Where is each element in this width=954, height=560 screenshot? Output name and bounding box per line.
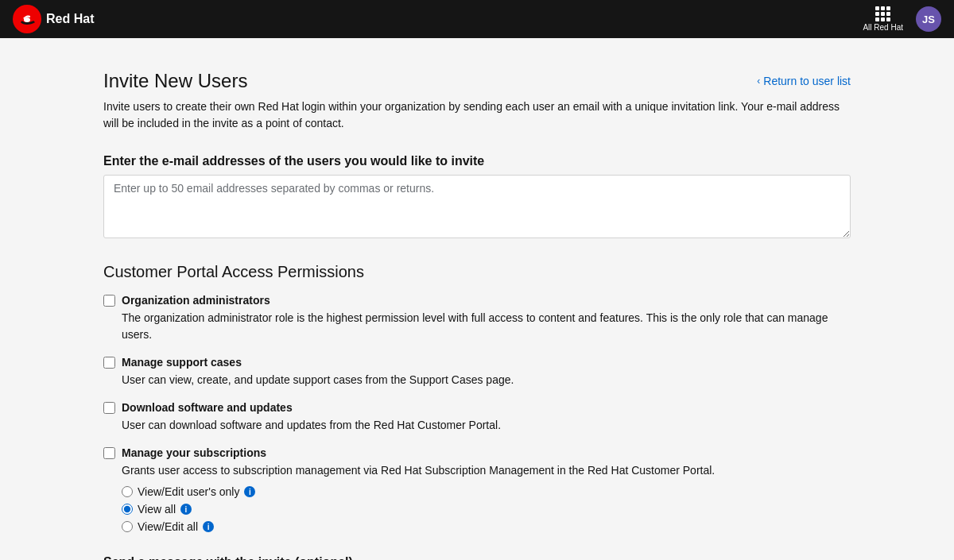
radio-view-edit-all-row: View/Edit all i <box>122 520 851 533</box>
radio-view-all-label[interactable]: View all <box>138 503 176 516</box>
org-admin-label[interactable]: Organization administrators <box>122 294 270 307</box>
radio-view-edit-own-row: View/Edit user's only i <box>122 485 851 498</box>
download-software-checkbox[interactable] <box>103 402 115 414</box>
brand-name: Red Hat <box>46 12 94 26</box>
manage-support-checkbox[interactable] <box>103 357 115 369</box>
radio-view-edit-all-label[interactable]: View/Edit all <box>138 520 198 533</box>
manage-subscriptions-checkbox[interactable] <box>103 447 115 459</box>
subscription-radio-options: View/Edit user's only i View all i View/… <box>103 485 851 533</box>
return-arrow-icon: ‹ <box>757 75 760 87</box>
manage-subscriptions-row: Manage your subscriptions <box>103 446 851 459</box>
info-icon-view-edit-own[interactable]: i <box>244 486 255 497</box>
user-avatar[interactable]: JS <box>916 6 941 32</box>
page-title: Invite New Users <box>103 70 247 92</box>
redhat-logo: Red Hat <box>13 5 94 33</box>
svg-point-1 <box>24 17 30 22</box>
manage-support-row: Manage support cases <box>103 356 851 369</box>
email-section: Enter the e-mail addresses of the users … <box>103 154 851 263</box>
page-header: Invite New Users ‹ Return to user list <box>103 70 851 92</box>
permission-org-admin: Organization administrators The organiza… <box>103 294 851 343</box>
radio-view-edit-own-label[interactable]: View/Edit user's only <box>138 485 239 498</box>
manage-support-description: User can view, create, and update suppor… <box>103 372 851 388</box>
main-content: Invite New Users ‹ Return to user list I… <box>87 38 867 560</box>
radio-view-all-row: View all i <box>122 503 851 516</box>
radio-view-all[interactable] <box>122 504 133 515</box>
permissions-section: Customer Portal Access Permissions Organ… <box>103 263 851 533</box>
download-software-label[interactable]: Download software and updates <box>122 401 293 414</box>
manage-support-label[interactable]: Manage support cases <box>122 356 242 369</box>
return-link-label: Return to user list <box>763 75 851 87</box>
manage-subscriptions-description: Grants user access to subscription manag… <box>103 462 851 479</box>
radio-view-edit-own[interactable] <box>122 486 133 497</box>
permission-manage-subscriptions: Manage your subscriptions Grants user ac… <box>103 446 851 533</box>
radio-view-edit-all[interactable] <box>122 521 133 532</box>
download-software-row: Download software and updates <box>103 401 851 414</box>
header-right: All Red Hat JS <box>863 6 941 32</box>
info-icon-view-all[interactable]: i <box>180 504 192 515</box>
manage-subscriptions-label[interactable]: Manage your subscriptions <box>122 446 266 459</box>
page-description: Invite users to create their own Red Hat… <box>103 98 851 132</box>
header: Red Hat All Red Hat JS <box>0 0 954 38</box>
redhat-logo-icon <box>13 5 41 33</box>
org-admin-row: Organization administrators <box>103 294 851 307</box>
org-admin-checkbox[interactable] <box>103 295 115 307</box>
message-section: Send a message with the invite (optional… <box>103 555 851 560</box>
info-icon-view-edit-all[interactable]: i <box>203 521 214 532</box>
download-software-description: User can download software and updates f… <box>103 417 851 434</box>
permission-manage-support: Manage support cases User can view, crea… <box>103 356 851 388</box>
message-section-label: Send a message with the invite (optional… <box>103 555 851 560</box>
email-input[interactable] <box>103 175 851 238</box>
return-to-user-list-link[interactable]: ‹ Return to user list <box>757 75 851 87</box>
permission-download-software: Download software and updates User can d… <box>103 401 851 434</box>
all-red-hat-button[interactable]: All Red Hat <box>863 6 903 32</box>
all-red-hat-label: All Red Hat <box>863 23 903 32</box>
permissions-title: Customer Portal Access Permissions <box>103 263 851 281</box>
email-section-label: Enter the e-mail addresses of the users … <box>103 154 851 168</box>
org-admin-description: The organization administrator role is t… <box>103 310 851 343</box>
grid-icon <box>875 6 890 21</box>
